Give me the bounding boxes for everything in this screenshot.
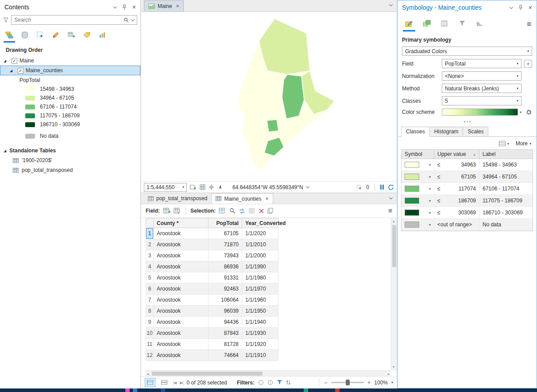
cell-year[interactable]: 1/1/1930: [242, 328, 278, 339]
time-filter-icon[interactable]: [267, 380, 273, 385]
legend-swatch[interactable]: [25, 87, 35, 92]
cell-county[interactable]: Aroostook: [154, 261, 209, 272]
class-swatch[interactable]: [405, 210, 419, 216]
chevron-down-icon[interactable]: ▾: [429, 223, 431, 227]
expand-icon[interactable]: ◢: [4, 59, 9, 63]
zoom-in-icon[interactable]: +: [367, 379, 371, 386]
chevron-down-icon[interactable]: ▾: [429, 187, 431, 191]
sym-classes-dropdown[interactable]: 5▾: [442, 96, 522, 105]
cell-poptotal[interactable]: 81728: [209, 339, 242, 350]
row-number[interactable]: 6: [146, 283, 154, 295]
show-values-icon[interactable]: [499, 141, 506, 146]
class-swatch[interactable]: [405, 174, 419, 180]
cell-year[interactable]: 1/1/1970: [242, 283, 278, 295]
tab-classes[interactable]: Classes: [401, 127, 430, 137]
cell-county[interactable]: Aroostook: [154, 283, 209, 295]
cell-county[interactable]: Aroostook: [154, 350, 209, 361]
cell-county[interactable]: Aroostook: [154, 306, 209, 317]
sort-icon[interactable]: [286, 380, 291, 385]
upper-value-cell[interactable]: ≤303069: [434, 207, 479, 218]
selection-count-icon[interactable]: [356, 184, 362, 190]
crosshair-icon[interactable]: [209, 184, 214, 190]
slider-thumb[interactable]: [346, 380, 350, 385]
cell-county[interactable]: Aroostook: [154, 339, 209, 350]
table-row[interactable]: 6Aroostook924631/1/1970: [146, 283, 397, 295]
search-input[interactable]: [14, 17, 121, 23]
filter-settings-icon[interactable]: [277, 380, 282, 385]
map-view[interactable]: [141, 12, 397, 181]
symbology-type-dropdown[interactable]: Graduated Colors ▾: [402, 47, 532, 56]
row-number[interactable]: 7: [146, 295, 154, 306]
cell-poptotal[interactable]: 106064: [209, 295, 242, 306]
coordinates-readout[interactable]: 64.6448354°W 45.5598349°N: [232, 184, 303, 190]
symbol-cell[interactable]: ▾: [402, 219, 434, 230]
row-number[interactable]: 4: [146, 261, 154, 272]
label-cell[interactable]: No data: [479, 219, 533, 230]
standalone-table-item[interactable]: pop_total_transposed: [0, 165, 140, 175]
label-cell[interactable]: 34964 - 67105: [479, 171, 533, 182]
primary-symbology-icon[interactable]: [403, 18, 415, 31]
row-number[interactable]: 11: [146, 339, 154, 350]
cell-poptotal[interactable]: 67105: [209, 228, 242, 239]
cell-year[interactable]: 1/1/2000: [242, 250, 278, 261]
close-icon[interactable]: ×: [266, 196, 269, 202]
sym-method-dropdown[interactable]: Natural Breaks (Jenks)▾: [442, 84, 522, 93]
chevron-down-icon[interactable]: [305, 185, 309, 188]
cell-county[interactable]: Aroostook: [154, 272, 209, 283]
cell-county[interactable]: Aroostook: [154, 228, 209, 239]
label-cell[interactable]: 186710 - 303069: [479, 207, 533, 218]
list-by-selection-icon[interactable]: [35, 30, 46, 43]
cell-poptotal[interactable]: 74664: [209, 350, 242, 361]
masking-icon[interactable]: [456, 18, 468, 31]
upper-value-cell[interactable]: ≤34963: [434, 159, 479, 171]
select-by-attributes-icon[interactable]: [219, 208, 226, 214]
tab-scales[interactable]: Scales: [463, 127, 488, 137]
symbology-class-row[interactable]: ▾≤11707467106 - 117074: [402, 183, 533, 195]
add-field-icon[interactable]: [163, 208, 170, 214]
zoom-to-selection-icon[interactable]: [229, 208, 236, 214]
standalone-table-item[interactable]: '1900-2020$': [0, 155, 140, 165]
legend-swatch[interactable]: [25, 96, 35, 101]
row-number[interactable]: 2: [146, 239, 154, 250]
close-icon[interactable]: ×: [132, 4, 136, 11]
upper-value-cell[interactable]: ≤117074: [434, 183, 479, 194]
symbology-class-row[interactable]: ▾≤3496315498 - 34963: [402, 159, 533, 171]
column-header[interactable]: Upper value▲: [434, 150, 479, 159]
delete-selection-icon[interactable]: [259, 208, 264, 214]
tab-histogram[interactable]: Histogram: [429, 127, 464, 137]
upper-value-cell[interactable]: ≤67105: [434, 171, 479, 182]
row-number[interactable]: 9: [146, 317, 154, 328]
chevron-down-icon[interactable]: [389, 196, 393, 199]
table-row[interactable]: 7Aroostook1060641/1/1960: [146, 295, 397, 306]
zoom-slider[interactable]: [331, 382, 364, 383]
copy-icon[interactable]: [267, 208, 274, 214]
legend-swatch[interactable]: [25, 122, 35, 127]
chevron-down-icon[interactable]: ▾: [507, 142, 509, 146]
cell-county[interactable]: Aroostook: [154, 328, 209, 339]
chevron-down-icon[interactable]: ▾: [529, 142, 531, 146]
row-number[interactable]: 5: [146, 272, 154, 283]
scale-dropdown[interactable]: 1:5,444,550 ▾: [144, 183, 187, 192]
column-header[interactable]: Year_Converted: [242, 218, 278, 228]
class-swatch[interactable]: [405, 198, 419, 204]
chevron-down-icon[interactable]: [113, 4, 117, 8]
symbology-class-row[interactable]: ▾≤303069186710 - 303069: [402, 207, 533, 219]
cell-poptotal[interactable]: 92463: [209, 283, 242, 295]
cell-poptotal[interactable]: 96039: [209, 306, 242, 317]
row-number[interactable]: 1: [146, 228, 154, 239]
table-view-icon[interactable]: [145, 378, 155, 387]
expand-icon[interactable]: ◢: [10, 69, 15, 73]
cell-poptotal[interactable]: 86936: [209, 261, 242, 272]
column-header[interactable]: PopTotal: [209, 218, 242, 228]
layer-checkbox[interactable]: ✓: [12, 58, 17, 64]
expand-icon[interactable]: ◢: [4, 149, 9, 153]
sym-normalization-dropdown[interactable]: <None>▾: [442, 71, 522, 81]
cell-year[interactable]: 1/1/1990: [242, 261, 278, 272]
legend-swatch[interactable]: [25, 113, 35, 118]
taskbar[interactable]: [0, 388, 537, 392]
cell-year[interactable]: 1/1/1980: [242, 272, 278, 283]
cell-year[interactable]: 1/1/1950: [242, 306, 278, 317]
list-by-source-icon[interactable]: [19, 30, 31, 43]
symbol-layer-drawing-icon[interactable]: [438, 18, 451, 31]
first-record-icon[interactable]: |◀: [173, 380, 176, 385]
